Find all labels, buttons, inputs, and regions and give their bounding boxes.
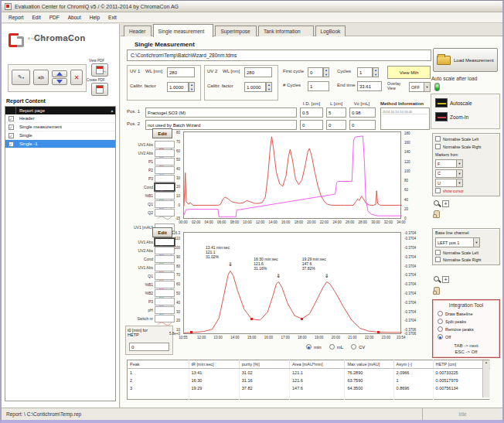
report-row[interactable]: ✓Single bbox=[5, 131, 115, 140]
menu-item-about[interactable]: About bbox=[68, 15, 81, 20]
magnifier-plus-icon[interactable] bbox=[434, 200, 441, 207]
pos2-l-field[interactable]: 0 bbox=[326, 120, 346, 130]
checkbox[interactable] bbox=[435, 136, 441, 142]
pos1-name-field[interactable]: Fractogel SO3 (M) bbox=[145, 107, 297, 118]
integration-radio-split-peaks[interactable]: Split peaks bbox=[438, 319, 466, 324]
chart2-plot[interactable]: 13.41 min:sec121.131.02%⇓16:30 min:sec12… bbox=[183, 232, 401, 334]
hand-icon[interactable] bbox=[434, 210, 440, 218]
tab-superimpose[interactable]: Superimpose bbox=[215, 26, 257, 36]
report-row[interactable]: ✓Single measurement bbox=[5, 123, 115, 131]
uv1-calib-input[interactable]: 1.0000 bbox=[167, 82, 189, 92]
baseline-dropdown[interactable]: LEFT pos 1 ▼ bbox=[435, 237, 480, 247]
uv2-calib-input[interactable]: 1.0000 bbox=[244, 82, 266, 92]
dropdown-arrow-icon[interactable]: ▼ bbox=[456, 170, 462, 177]
peak-boundary-marker[interactable] bbox=[301, 318, 303, 320]
radio-icon[interactable] bbox=[438, 319, 443, 324]
unit-radio-min[interactable]: min bbox=[306, 344, 322, 350]
radio-icon[interactable] bbox=[351, 344, 356, 350]
end-time-input[interactable]: 33.61 bbox=[357, 81, 382, 91]
menu-item-report[interactable]: Report bbox=[9, 15, 24, 20]
peak-table-row[interactable]: 113:4131.02121.176.28902.09660.00733225 bbox=[128, 369, 490, 377]
autoscale-icon[interactable] bbox=[435, 98, 448, 107]
unit-radio-mL[interactable]: mL bbox=[329, 344, 343, 350]
zoom-in-icon[interactable] bbox=[435, 112, 448, 121]
dropdown-arrow-icon[interactable]: ▼ bbox=[456, 179, 462, 186]
marker-dropdown-c[interactable]: C▼ bbox=[435, 169, 463, 178]
uv1-calib-spinner[interactable]: ▲▼ bbox=[189, 82, 195, 92]
create-pdf-button[interactable] bbox=[91, 83, 108, 96]
view-pdf-button[interactable] bbox=[91, 63, 108, 77]
autoscale-label[interactable]: Autoscale bbox=[450, 101, 472, 106]
peak-boundary-marker[interactable] bbox=[377, 331, 380, 333]
tab-single-measurement[interactable]: Single measurement bbox=[153, 24, 214, 37]
magnifier-plus-icon[interactable] bbox=[434, 276, 441, 283]
hetp-input[interactable]: 0 bbox=[129, 343, 169, 351]
normalise-right-row[interactable]: Normalise Scale Right bbox=[435, 144, 481, 149]
report-row[interactable]: ✓Header bbox=[5, 114, 115, 123]
integration-radio-remove-peaks[interactable]: Remove peaks bbox=[438, 326, 474, 332]
integration-radio-draw-baseline[interactable]: Draw Baseline bbox=[438, 311, 472, 316]
menu-item-edit[interactable]: Edit bbox=[32, 15, 41, 20]
tab-header[interactable]: Header bbox=[124, 26, 152, 36]
pos1-id-field[interactable]: 0.5 bbox=[300, 107, 323, 118]
load-measurement-button[interactable]: Load Measurement bbox=[433, 48, 498, 72]
dropdown-arrow-icon[interactable]: ▼ bbox=[473, 238, 479, 247]
scroll-up-icon[interactable]: ▲ bbox=[485, 360, 488, 364]
pos2-vc-field[interactable]: 0 bbox=[349, 120, 376, 130]
menu-item-exit[interactable]: Exit bbox=[108, 15, 117, 20]
checkbox[interactable] bbox=[435, 250, 441, 255]
move-up-button[interactable] bbox=[52, 70, 67, 77]
scroll-up-icon[interactable]: ▲ bbox=[109, 108, 115, 113]
uv1-wl-input[interactable]: 280 bbox=[167, 67, 195, 77]
checkbox[interactable]: ✓ bbox=[9, 133, 14, 138]
radio-icon[interactable] bbox=[306, 344, 312, 350]
report-row[interactable]: ✓Single -1 bbox=[5, 140, 115, 148]
checkbox[interactable] bbox=[435, 188, 441, 193]
peak-table-scrollbar[interactable]: ▲ bbox=[482, 360, 489, 397]
radio-icon[interactable] bbox=[438, 326, 443, 332]
hand-icon[interactable] bbox=[434, 287, 440, 295]
normalise-left-row[interactable]: Normalise Scale Left bbox=[435, 136, 478, 142]
checkbox[interactable]: ✓ bbox=[9, 116, 14, 121]
uv2-calib-spinner[interactable]: ▲▼ bbox=[266, 82, 272, 92]
show-cursor-row[interactable]: show cursor bbox=[435, 188, 464, 193]
checkbox[interactable]: ✓ bbox=[9, 125, 14, 130]
zoom-in-label[interactable]: Zoom-In bbox=[450, 114, 468, 120]
tab-tank-information[interactable]: Tank information bbox=[258, 26, 314, 36]
pos1-vc-field[interactable]: 0.98 bbox=[349, 107, 376, 118]
move-down-button[interactable] bbox=[52, 78, 67, 85]
radio-icon[interactable] bbox=[438, 311, 443, 316]
peak-table-row[interactable]: 319:2937.82147.664.35000.86960.00756134 bbox=[128, 384, 490, 392]
checkbox[interactable] bbox=[435, 257, 441, 262]
menu-item-help[interactable]: Help bbox=[90, 15, 100, 20]
first-cycle-input[interactable]: 0 bbox=[308, 67, 323, 77]
menu-item-pdf[interactable]: PDF bbox=[49, 15, 60, 20]
checkbox[interactable]: ✓ bbox=[9, 142, 14, 147]
pos1-l-field[interactable]: 5 bbox=[326, 107, 346, 118]
file-path-field[interactable]: C:\Contichrom\Temp\BatchWizard_280nm.tdm… bbox=[127, 49, 431, 61]
uv2-wl-input[interactable]: 280 bbox=[244, 67, 272, 77]
cycles-input[interactable]: 1 bbox=[357, 67, 373, 77]
chart1-plot[interactable] bbox=[183, 131, 401, 219]
overlay-view-dropdown[interactable]: OFF ▼ bbox=[409, 82, 431, 92]
tab-logbook[interactable]: LogBook bbox=[315, 26, 346, 36]
rename-button[interactable]: a|b bbox=[33, 70, 49, 85]
peak-table-row[interactable]: 216:3031.16121.663.759010.00517979 bbox=[128, 377, 490, 384]
marker-dropdown-u[interactable]: U▼ bbox=[435, 179, 463, 187]
view-mth-button[interactable]: View Mth bbox=[387, 66, 431, 79]
baseline-normalise-right-row[interactable]: Normalise Scale Right bbox=[435, 257, 481, 262]
unit-radio-CV[interactable]: CV bbox=[351, 344, 365, 350]
led-indicator[interactable] bbox=[434, 83, 440, 91]
first-cycle-spinner[interactable]: ▲▼ bbox=[323, 67, 329, 77]
peak-boundary-marker[interactable] bbox=[190, 331, 192, 333]
dropdown-arrow-icon[interactable]: ▼ bbox=[456, 160, 462, 167]
radio-icon[interactable] bbox=[438, 334, 443, 339]
cycles-spinner[interactable]: ▲▼ bbox=[373, 67, 379, 77]
radio-icon[interactable] bbox=[329, 344, 335, 350]
integration-radio-off[interactable]: Off bbox=[438, 334, 451, 339]
checkbox[interactable] bbox=[435, 144, 441, 149]
num-cycles-input[interactable]: 1 bbox=[308, 81, 329, 91]
baseline-normalise-left-row[interactable]: Normalise Scale Left bbox=[435, 250, 478, 255]
marker-dropdown-f[interactable]: F▼ bbox=[435, 159, 463, 168]
plus-icon[interactable]: + bbox=[442, 200, 449, 207]
